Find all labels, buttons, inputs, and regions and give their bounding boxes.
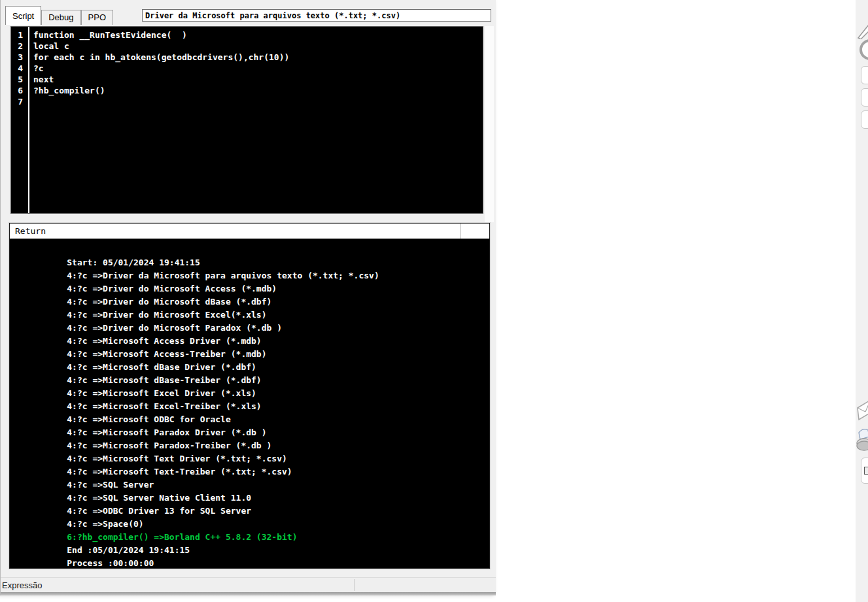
code-line: 4 ?c bbox=[11, 63, 483, 74]
editor-right-margin bbox=[485, 26, 494, 222]
printer-icon[interactable] bbox=[856, 426, 868, 455]
envelope-icon[interactable] bbox=[856, 399, 868, 424]
side-button[interactable] bbox=[861, 88, 868, 107]
return-panel: Return Start: 05/01/2024 19:41:15 4:?c =… bbox=[9, 223, 490, 569]
line-number: 2 bbox=[11, 41, 26, 52]
code-line: 1 function __RunTestEvidence( ) bbox=[11, 29, 483, 41]
gutter-separator bbox=[28, 27, 29, 213]
return-header-label: Return bbox=[15, 226, 46, 236]
tab-script[interactable]: Script bbox=[5, 6, 41, 25]
test-name-field[interactable] bbox=[142, 9, 491, 22]
line-number: 5 bbox=[11, 74, 26, 85]
line-number: 1 bbox=[11, 29, 26, 41]
line-number: 3 bbox=[11, 52, 26, 63]
code-editor[interactable]: 1 function __RunTestEvidence( ) 2 local … bbox=[10, 26, 483, 214]
expression-divider bbox=[354, 579, 355, 591]
tab-ppo[interactable]: PPO bbox=[81, 10, 113, 25]
expression-label: Expressão bbox=[2, 580, 42, 590]
return-panel-header: Return bbox=[10, 224, 489, 239]
pencil-icon bbox=[857, 24, 868, 39]
code-text: ?hb_compiler() bbox=[26, 85, 105, 96]
document-button[interactable] bbox=[861, 458, 868, 484]
console-output[interactable]: Start: 05/01/2024 19:41:15 4:?c =>Driver… bbox=[10, 239, 489, 557]
code-text bbox=[26, 96, 33, 107]
return-header-extra-cell bbox=[460, 224, 489, 239]
code-text: function __RunTestEvidence( ) bbox=[26, 29, 187, 41]
code-text: next bbox=[26, 74, 54, 85]
expression-bar[interactable]: Expressão bbox=[1, 577, 496, 592]
line-number: 6 bbox=[11, 85, 26, 96]
document-icon bbox=[864, 467, 868, 475]
code-line: 5 next bbox=[11, 74, 483, 85]
tab-debug[interactable]: Debug bbox=[41, 10, 80, 25]
code-line: 7 bbox=[11, 96, 483, 107]
code-text: local c bbox=[26, 41, 69, 52]
window-resize-strip bbox=[1, 592, 496, 595]
code-line: 3 for each c in hb_atokens(getodbcdriver… bbox=[11, 52, 483, 63]
line-number: 4 bbox=[11, 63, 26, 74]
line-number: 7 bbox=[11, 96, 26, 107]
code-line: 2 local c bbox=[11, 41, 483, 52]
test-window-borland: Script Debug PPO 1 function __RunTestEvi… bbox=[0, 0, 496, 595]
code-text: for each c in hb_atokens(getodbcdrivers(… bbox=[26, 52, 289, 63]
side-button[interactable] bbox=[861, 66, 868, 84]
side-button[interactable] bbox=[861, 110, 868, 129]
screen: Script Debug PPO 1 function __RunTestEvi… bbox=[0, 0, 868, 602]
code-line: 6 ?hb_compiler() bbox=[11, 85, 483, 96]
console-line: Start: 05/01/2024 19:41:15 bbox=[16, 243, 489, 256]
